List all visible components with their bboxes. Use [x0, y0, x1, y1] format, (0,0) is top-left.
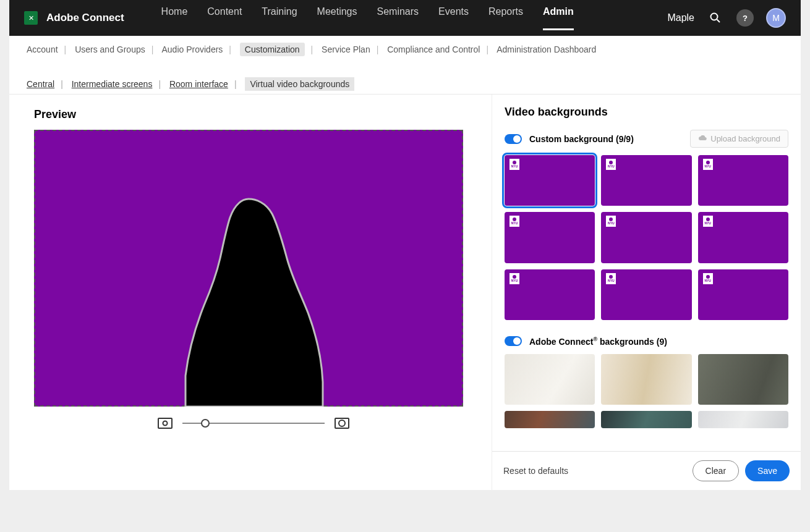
adobe-bg-thumb[interactable]	[505, 354, 595, 405]
preview-canvas	[34, 130, 463, 407]
svg-point-0	[711, 14, 718, 20]
zoom-in-icon[interactable]	[335, 418, 349, 429]
search-icon[interactable]	[707, 9, 724, 27]
customization-tabs: Central| Intermediate screens| Room inte…	[9, 61, 801, 95]
zoom-out-icon[interactable]	[158, 418, 173, 429]
custom-bg-thumb[interactable]: NYU	[601, 155, 691, 206]
custom-bg-thumb[interactable]: NYU	[601, 212, 691, 263]
custom-bg-thumb[interactable]: NYU	[601, 269, 691, 320]
silhouette-icon	[137, 190, 360, 407]
nyu-badge-icon: NYU	[606, 273, 616, 284]
adobe-bg-thumb[interactable]	[698, 411, 788, 428]
cloud-upload-icon	[698, 135, 707, 143]
upload-background-button[interactable]: Upload background	[690, 130, 788, 148]
custom-bg-grid: NYU NYU NYU NYU NYU NYU NYU NYU NYU	[505, 155, 788, 320]
clear-button[interactable]: Clear	[693, 460, 739, 481]
nyu-badge-icon: NYU	[703, 273, 713, 284]
reset-defaults-link[interactable]: Reset to defaults	[503, 466, 568, 476]
preview-pane: Preview	[9, 95, 492, 490]
nyu-badge-icon: NYU	[703, 159, 713, 170]
nav-admin[interactable]: Admin	[543, 6, 574, 30]
subnav-compliance[interactable]: Compliance and Control	[387, 44, 480, 54]
nav-content[interactable]: Content	[207, 6, 242, 30]
nav-events[interactable]: Events	[438, 6, 469, 30]
nyu-badge-icon: NYU	[509, 159, 519, 170]
save-button[interactable]: Save	[745, 460, 790, 481]
nyu-badge-icon: NYU	[606, 159, 616, 170]
upload-label: Upload background	[710, 134, 780, 143]
subnav-customization[interactable]: Customization	[240, 43, 305, 56]
nyu-badge-icon: NYU	[606, 216, 616, 227]
backgrounds-panel: Video backgrounds Custom background (9/9…	[492, 95, 801, 490]
custom-bg-thumb[interactable]: NYU	[698, 269, 788, 320]
nav-meetings[interactable]: Meetings	[317, 6, 357, 30]
nav-training[interactable]: Training	[262, 6, 297, 30]
custom-bg-thumb[interactable]: NYU	[505, 269, 595, 320]
admin-subnav: Account| Users and Groups| Audio Provide…	[9, 36, 801, 61]
subnav-users[interactable]: Users and Groups	[75, 44, 145, 54]
brand: ✕ Adobe Connect	[24, 11, 124, 25]
custom-bg-toggle[interactable]	[505, 134, 522, 144]
tab-intermediate[interactable]: Intermediate screens	[72, 79, 153, 89]
nav-seminars[interactable]: Seminars	[377, 6, 419, 30]
nyu-badge-icon: NYU	[703, 216, 713, 227]
nav-reports[interactable]: Reports	[488, 6, 523, 30]
adobe-bg-grid	[505, 354, 788, 405]
preview-title: Preview	[34, 108, 473, 121]
nyu-badge-icon: NYU	[509, 273, 519, 284]
brand-name: Adobe Connect	[46, 12, 124, 24]
brand-logo-icon: ✕	[24, 11, 38, 25]
help-icon[interactable]: ?	[736, 9, 754, 27]
custom-bg-label: Custom background (9/9)	[529, 134, 634, 144]
tab-room[interactable]: Room interface	[169, 79, 228, 89]
panel-footer: Reset to defaults Clear Save	[492, 451, 801, 490]
custom-bg-thumb[interactable]: NYU	[505, 155, 595, 206]
svg-line-1	[717, 20, 720, 23]
zoom-slider-row	[34, 418, 473, 429]
subnav-dashboard[interactable]: Administration Dashboard	[497, 44, 596, 54]
zoom-slider[interactable]	[182, 423, 325, 424]
adobe-bg-thumb[interactable]	[601, 411, 691, 428]
nav-home[interactable]: Home	[161, 6, 188, 30]
tab-virtual-bg[interactable]: Virtual video backgrounds	[245, 77, 354, 91]
subnav-audio[interactable]: Audio Providers	[162, 44, 223, 54]
adobe-bg-toggle[interactable]	[505, 336, 522, 346]
avatar-initial: M	[772, 13, 780, 23]
adobe-bg-thumb[interactable]	[698, 354, 788, 405]
nyu-badge-icon: NYU	[509, 216, 519, 227]
panel-title: Video backgrounds	[505, 106, 788, 119]
tab-central[interactable]: Central	[27, 79, 54, 89]
custom-bg-thumb[interactable]: NYU	[698, 155, 788, 206]
subnav-account[interactable]: Account	[27, 44, 58, 54]
avatar[interactable]: M	[766, 8, 786, 28]
adobe-bg-grid-partial	[505, 411, 788, 428]
adobe-bg-label: Adobe Connect® backgrounds (9)	[529, 336, 667, 347]
primary-nav: Home Content Training Meetings Seminars …	[161, 6, 574, 30]
custom-bg-thumb[interactable]: NYU	[698, 212, 788, 263]
subnav-service[interactable]: Service Plan	[322, 44, 370, 54]
adobe-bg-thumb[interactable]	[505, 411, 595, 428]
custom-bg-thumb[interactable]: NYU	[505, 212, 595, 263]
user-name[interactable]: Maple	[667, 12, 694, 23]
adobe-bg-thumb[interactable]	[601, 354, 691, 405]
top-navbar: ✕ Adobe Connect Home Content Training Me…	[9, 0, 801, 36]
